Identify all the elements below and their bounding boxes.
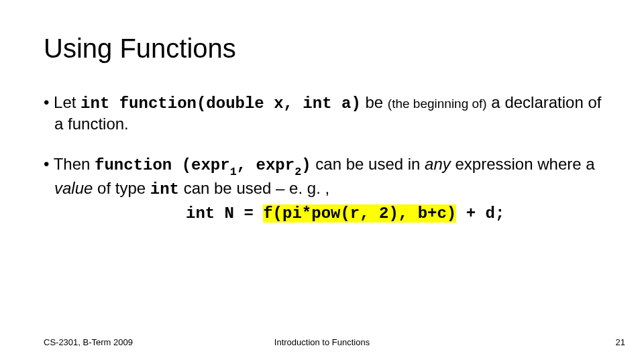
slide-body: Let int function(double x, int a) be (th… (44, 93, 604, 244)
slide-title: Using Functions (44, 34, 236, 64)
page-number: 21 (616, 337, 625, 347)
footer-title: Introduction to Functions (0, 337, 644, 347)
text: Let (54, 93, 80, 111)
code-highlight: f(pi*pow(r, 2), b+c) (263, 204, 456, 223)
slide: Using Functions Let int function(double … (0, 0, 644, 362)
code-call: function (expr1, expr2) (95, 156, 311, 174)
bullet-1: Let int function(double x, int a) be (th… (44, 93, 604, 134)
code-int: int (150, 180, 179, 198)
code-post: + d; (456, 204, 504, 223)
text: Then (54, 155, 95, 173)
code-declaration: int function(double x, int a) (80, 95, 361, 113)
text: of type (93, 179, 150, 197)
text: expression where a (451, 155, 595, 173)
text: can be used – e. g. , (179, 179, 329, 197)
code-pre: int N = (186, 204, 263, 223)
text: be (361, 93, 388, 111)
paren-note: (the beginning of) (388, 97, 487, 111)
emph-value: value (54, 179, 93, 197)
emph-any: any (425, 155, 451, 173)
text: can be used in (311, 155, 425, 173)
bullet-2: Then function (expr1, expr2) can be used… (44, 154, 604, 224)
code-example-line: int N = f(pi*pow(r, 2), b+c) + d; (54, 204, 604, 224)
